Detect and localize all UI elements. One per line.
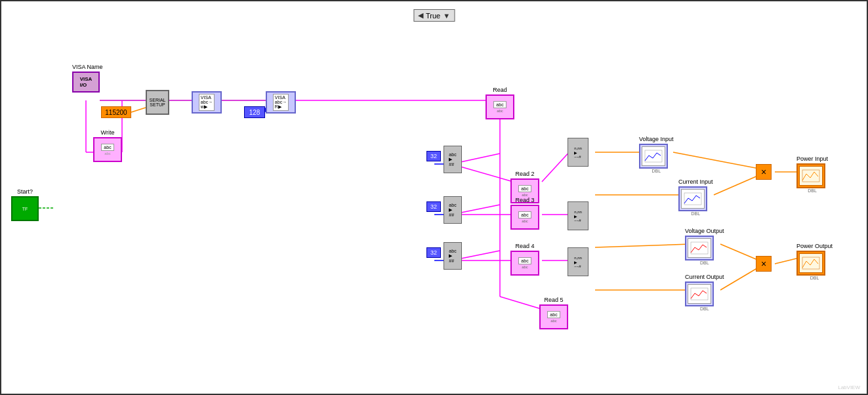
write-box[interactable]: abc abc xyxy=(93,137,122,162)
power-input-chart xyxy=(801,169,821,183)
current-input-block[interactable]: Current Input DBL xyxy=(678,178,713,216)
num32-2-block[interactable]: 32 xyxy=(426,201,441,212)
block-diagram-canvas: ◀ True ▼ xyxy=(0,0,868,395)
multiply1-block[interactable]: × xyxy=(756,164,772,180)
power-output-inner xyxy=(799,253,823,273)
splitter3-block[interactable]: abc▶## xyxy=(444,242,462,270)
read5-box[interactable]: abc abc xyxy=(539,304,568,329)
splitter1-text: abc▶## xyxy=(449,152,456,167)
num32-3-value[interactable]: 32 xyxy=(426,247,441,258)
voltage-output-label: Voltage Output xyxy=(685,228,724,234)
num-array1-box[interactable]: n,nn▶−−# xyxy=(568,138,589,167)
read3-block[interactable]: Read 3 abc abc xyxy=(510,197,539,230)
splitter1-block[interactable]: abc▶## xyxy=(444,146,462,173)
loop-control[interactable]: ◀ True ▼ xyxy=(413,9,455,22)
multiply1-box[interactable]: × xyxy=(756,164,772,180)
visa-name-box[interactable]: VISAI/O xyxy=(72,72,100,93)
visa-read-box[interactable]: VISAabc→R▶ xyxy=(266,91,296,114)
read-top-box[interactable]: abc abc xyxy=(486,94,514,119)
start-box[interactable]: TF xyxy=(11,196,39,221)
write-inner2: abc xyxy=(104,152,111,156)
write-block[interactable]: Write abc abc xyxy=(93,129,122,162)
read2-label: Read 2 xyxy=(510,171,539,177)
baud-rate-value[interactable]: 115200 xyxy=(101,106,131,118)
splitter2-block[interactable]: abc▶## xyxy=(444,196,462,224)
power-input-box[interactable] xyxy=(796,163,825,188)
num32-1-value[interactable]: 32 xyxy=(426,151,441,161)
splitter3-box[interactable]: abc▶## xyxy=(444,242,462,270)
voltage-input-label: Voltage Input xyxy=(639,136,674,142)
read3-label: Read 3 xyxy=(510,197,539,203)
visa-read-block[interactable]: VISAabc→R▶ xyxy=(266,91,296,114)
svg-line-26 xyxy=(720,267,759,290)
svg-line-20 xyxy=(595,244,690,247)
visa-write-block[interactable]: VISAabc→w▶ xyxy=(192,91,222,114)
read-top-label: Read xyxy=(486,87,514,93)
wire-connections xyxy=(1,1,867,394)
read-top-dbl: abc xyxy=(497,109,503,113)
splitter3-text: abc▶## xyxy=(449,249,456,263)
num128-value[interactable]: 128 xyxy=(244,106,265,118)
start-block[interactable]: Start? TF xyxy=(11,188,39,221)
read3-box[interactable]: abc abc xyxy=(510,205,539,230)
power-input-dbl: DBL xyxy=(796,188,828,193)
current-input-label: Current Input xyxy=(678,178,713,185)
num-array3-box[interactable]: n,nn▶−−# xyxy=(568,247,589,276)
num-array2-box[interactable]: n,nn▶−−# xyxy=(568,201,589,230)
read4-inner: abc xyxy=(518,257,531,264)
num-array1-text: n,nn▶−−# xyxy=(574,146,582,159)
num-array1-block[interactable]: n,nn▶−−# xyxy=(568,138,589,167)
baud-rate-block[interactable]: 115200 xyxy=(101,106,131,118)
read-top-block[interactable]: Read abc abc xyxy=(486,87,514,119)
voltage-input-block[interactable]: Voltage Input DBL xyxy=(639,136,674,173)
start-label: Start? xyxy=(11,188,39,195)
current-input-chart xyxy=(683,192,703,206)
svg-line-23 xyxy=(714,175,759,195)
read4-box[interactable]: abc abc xyxy=(510,251,539,276)
voltage-input-inner xyxy=(642,146,665,166)
loop-label: True xyxy=(426,12,440,20)
voltage-input-box[interactable] xyxy=(639,144,668,169)
arrow-left-icon: ◀ xyxy=(418,11,423,20)
read5-dbl: abc xyxy=(550,319,557,323)
read-top-inner: abc xyxy=(493,101,506,108)
write-label: Write xyxy=(93,129,122,136)
svg-rect-35 xyxy=(645,150,662,162)
splitter1-box[interactable]: abc▶## xyxy=(444,146,462,173)
num-array2-block[interactable]: n,nn▶−−# xyxy=(568,201,589,230)
voltage-output-box[interactable] xyxy=(685,236,714,260)
power-output-block[interactable]: Power Output DBL xyxy=(796,243,833,280)
current-input-inner xyxy=(681,189,705,209)
read4-block[interactable]: Read 4 abc abc xyxy=(510,243,539,276)
svg-line-28 xyxy=(500,297,539,308)
serial-setup-block[interactable]: SERIAL SETUP xyxy=(146,90,169,115)
current-output-block[interactable]: Current Output DBL xyxy=(685,274,724,311)
read5-label: Read 5 xyxy=(539,297,568,303)
start-inner: TF xyxy=(22,207,28,211)
num-array3-block[interactable]: n,nn▶−−# xyxy=(568,247,589,276)
num32-1-block[interactable]: 32 xyxy=(426,151,441,161)
splitter2-box[interactable]: abc▶## xyxy=(444,196,462,224)
current-output-box[interactable] xyxy=(685,281,714,306)
read5-block[interactable]: Read 5 abc abc xyxy=(539,297,568,329)
power-input-block[interactable]: Power Input DBL xyxy=(796,156,828,193)
power-input-label: Power Input xyxy=(796,156,828,162)
visa-name-label: VISA Name xyxy=(72,64,103,70)
voltage-output-block[interactable]: Voltage Output DBL xyxy=(685,228,724,265)
voltage-input-dbl: DBL xyxy=(639,169,674,173)
multiply2-box[interactable]: × xyxy=(756,256,772,272)
true-dropdown[interactable]: ◀ True ▼ xyxy=(413,9,455,22)
visa-write-box[interactable]: VISAabc→w▶ xyxy=(192,91,222,114)
multiply2-block[interactable]: × xyxy=(756,256,772,272)
svg-line-22 xyxy=(673,152,759,169)
power-output-label: Power Output xyxy=(796,243,833,249)
num32-3-block[interactable]: 32 xyxy=(426,247,441,258)
current-input-box[interactable] xyxy=(678,186,707,211)
read3-dbl: abc xyxy=(522,219,528,223)
watermark-text: LabVIEW xyxy=(838,385,860,390)
serial-setup-box[interactable]: SERIAL SETUP xyxy=(146,90,169,115)
num128-block[interactable]: 128 xyxy=(244,106,265,118)
power-output-box[interactable] xyxy=(796,251,825,276)
num32-2-value[interactable]: 32 xyxy=(426,201,441,212)
visa-name-block[interactable]: VISA Name VISAI/O xyxy=(72,64,103,93)
